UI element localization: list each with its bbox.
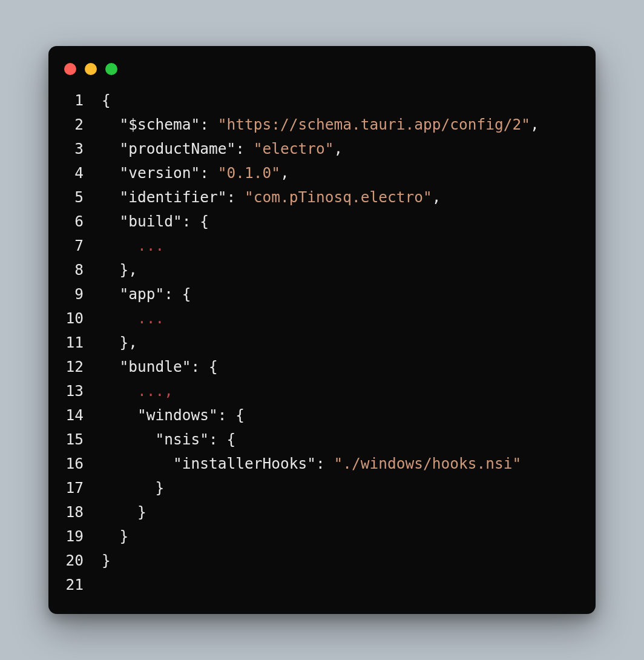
line-number: 10: [54, 306, 84, 331]
token-key: "installerHooks": [173, 455, 316, 472]
line-content: ...: [84, 234, 164, 258]
code-line[interactable]: 16 "installerHooks": "./windows/hooks.ns…: [54, 452, 579, 476]
token-string: "com.pTinosq.electro": [245, 188, 432, 206]
line-number: 20: [54, 549, 84, 573]
code-window: 1{2 "$schema": "https://schema.tauri.app…: [48, 46, 596, 614]
code-line[interactable]: 11 },: [54, 331, 579, 355]
code-line[interactable]: 10 ...: [54, 306, 579, 331]
code-line[interactable]: 7 ...: [54, 234, 579, 258]
token-punc: {: [102, 91, 111, 109]
token-punc: [102, 285, 120, 303]
code-line[interactable]: 5 "identifier": "com.pTinosq.electro",: [54, 185, 579, 210]
code-line[interactable]: 4 "version": "0.1.0",: [54, 161, 579, 185]
token-key: "bundle": [120, 358, 191, 375]
code-line[interactable]: 19 }: [54, 524, 579, 549]
token-punc: ,: [334, 140, 343, 157]
token-punc: }: [102, 552, 111, 569]
code-line[interactable]: 17 }: [54, 476, 579, 500]
window-titlebar: [48, 61, 596, 86]
line-content: },: [84, 258, 137, 282]
token-punc: [102, 116, 120, 133]
token-fold: ...,: [137, 382, 173, 400]
line-number: 5: [54, 185, 84, 210]
token-key: "build": [120, 213, 182, 230]
token-punc: [102, 309, 137, 327]
line-content: "app": {: [84, 282, 191, 306]
line-content: "windows": {: [84, 403, 245, 427]
token-string: "electro": [254, 140, 334, 157]
line-number: 8: [54, 258, 84, 282]
line-number: 3: [54, 137, 84, 161]
close-icon[interactable]: [64, 63, 76, 75]
token-key: "identifier": [120, 188, 227, 206]
token-punc: ,: [280, 164, 289, 182]
code-line[interactable]: 18 }: [54, 500, 579, 524]
code-line[interactable]: 9 "app": {: [54, 282, 579, 306]
token-punc: : {: [164, 285, 191, 303]
line-number: 4: [54, 161, 84, 185]
token-key: "version": [120, 164, 200, 182]
line-content: "nsis": {: [84, 427, 235, 452]
token-key: "app": [120, 285, 165, 303]
token-punc: [102, 406, 137, 424]
line-content: }: [84, 524, 128, 549]
token-punc: ,: [432, 188, 441, 206]
code-line[interactable]: 13 ...,: [54, 379, 579, 403]
token-punc: },: [102, 334, 137, 351]
code-line[interactable]: 3 "productName": "electro",: [54, 137, 579, 161]
token-punc: :: [316, 455, 334, 472]
token-punc: [102, 213, 120, 230]
token-key: "nsis": [156, 431, 209, 448]
code-line[interactable]: 1{: [54, 88, 579, 113]
code-editor[interactable]: 1{2 "$schema": "https://schema.tauri.app…: [48, 86, 596, 597]
token-key: "$schema": [120, 116, 200, 133]
token-punc: :: [200, 164, 218, 182]
line-content: "build": {: [84, 210, 209, 234]
token-punc: :: [200, 116, 218, 133]
code-line[interactable]: 14 "windows": {: [54, 403, 579, 427]
line-content: }: [84, 549, 111, 573]
code-line[interactable]: 15 "nsis": {: [54, 427, 579, 452]
line-number: 9: [54, 282, 84, 306]
line-number: 6: [54, 210, 84, 234]
token-punc: :: [227, 188, 245, 206]
token-punc: : {: [209, 431, 235, 448]
token-fold: ...: [137, 309, 164, 327]
token-punc: [102, 140, 120, 157]
line-number: 21: [54, 573, 84, 597]
code-line[interactable]: 6 "build": {: [54, 210, 579, 234]
token-string: "0.1.0": [218, 164, 280, 182]
line-number: 17: [54, 476, 84, 500]
line-number: 19: [54, 524, 84, 549]
token-punc: [102, 237, 137, 254]
code-line[interactable]: 21: [54, 573, 579, 597]
line-number: 11: [54, 331, 84, 355]
zoom-icon[interactable]: [105, 63, 117, 75]
line-content: },: [84, 331, 137, 355]
token-key: "windows": [137, 406, 218, 424]
token-punc: [102, 382, 137, 400]
token-punc: }: [102, 527, 128, 545]
line-content: ...: [84, 306, 164, 331]
token-string: "https://schema.tauri.app/config/2": [218, 116, 530, 133]
line-content: {: [84, 88, 111, 113]
line-number: 1: [54, 88, 84, 113]
code-line[interactable]: 8 },: [54, 258, 579, 282]
code-line[interactable]: 20}: [54, 549, 579, 573]
code-line[interactable]: 2 "$schema": "https://schema.tauri.app/c…: [54, 113, 579, 137]
line-number: 2: [54, 113, 84, 137]
line-content: "identifier": "com.pTinosq.electro",: [84, 185, 441, 210]
line-content: "installerHooks": "./windows/hooks.nsi": [84, 452, 521, 476]
line-number: 7: [54, 234, 84, 258]
token-fold: ...: [137, 237, 164, 254]
minimize-icon[interactable]: [85, 63, 97, 75]
line-content: "productName": "electro",: [84, 137, 343, 161]
code-line[interactable]: 12 "bundle": {: [54, 355, 579, 379]
token-key: "productName": [120, 140, 236, 157]
line-number: 15: [54, 427, 84, 452]
token-punc: }: [102, 479, 164, 497]
line-number: 13: [54, 379, 84, 403]
line-content: "bundle": {: [84, 355, 218, 379]
line-content: ...,: [84, 379, 173, 403]
line-number: 18: [54, 500, 84, 524]
